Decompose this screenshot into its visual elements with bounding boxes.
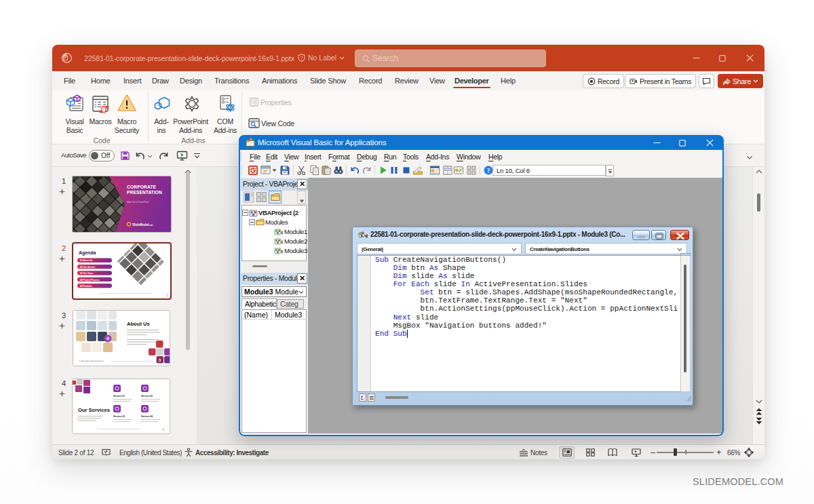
svg-text:3: 3 bbox=[159, 358, 161, 362]
svg-text:01 About Us: 01 About Us bbox=[80, 259, 93, 262]
svg-text:2: 2 bbox=[166, 293, 168, 297]
svg-text:Agenda: Agenda bbox=[79, 250, 96, 256]
svg-text:?: ? bbox=[301, 56, 303, 60]
svg-text:P: P bbox=[64, 55, 67, 60]
svg-text:03 Our Team: 03 Our Team bbox=[80, 272, 93, 275]
svg-text:04 Project Process: 04 Project Process bbox=[80, 279, 100, 282]
svg-text:?: ? bbox=[487, 168, 490, 174]
svg-text:PRESENTATION: PRESENTATION bbox=[127, 190, 162, 195]
svg-text:Service 03: Service 03 bbox=[113, 415, 125, 418]
svg-text:02 Our Service: 02 Our Service bbox=[80, 266, 96, 269]
svg-text:CORPORATE PRESENTATION: CORPORATE PRESENTATION bbox=[79, 360, 104, 363]
svg-text:About Us: About Us bbox=[127, 321, 150, 327]
svg-text:05 Portfolio: 05 Portfolio bbox=[80, 285, 92, 288]
svg-text:Slide Deck PowerPoint: Slide Deck PowerPoint bbox=[127, 201, 149, 203]
svg-text:CORPORATE: CORPORATE bbox=[127, 185, 157, 189]
svg-text:Service 04: Service 04 bbox=[141, 415, 153, 418]
svg-text:Service 01: Service 01 bbox=[113, 395, 125, 398]
svg-text:Service 02: Service 02 bbox=[141, 395, 153, 398]
svg-text:Our Services: Our Services bbox=[78, 407, 110, 413]
